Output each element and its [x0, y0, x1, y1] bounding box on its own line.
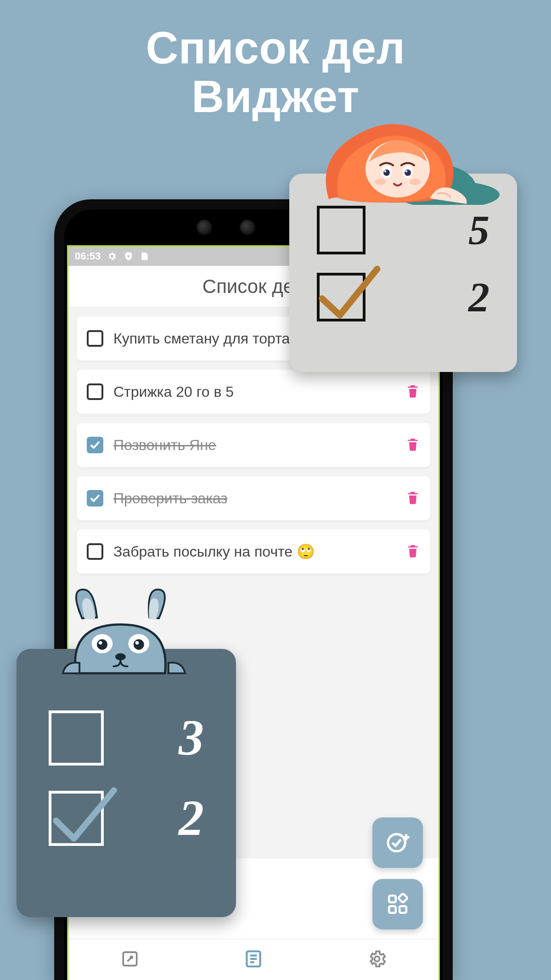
widget-light-unchecked-count: 5 [468, 206, 489, 254]
nav-settings[interactable] [367, 949, 387, 971]
hero-title-line1: Список дел [0, 24, 551, 73]
bottom-nav [68, 939, 439, 980]
shield-play-icon [124, 251, 134, 261]
widget-dark-unchecked-count: 3 [179, 709, 204, 767]
svg-point-29 [115, 653, 126, 660]
task-row[interactable]: Забрать посылку на почте 🙄 [77, 529, 430, 574]
gear-icon [107, 251, 117, 261]
checkbox-checked-icon[interactable] [87, 490, 103, 507]
task-row[interactable]: Проверить заказ [77, 476, 430, 520]
trash-icon[interactable] [405, 542, 420, 561]
widget-light-checked-count: 2 [468, 273, 489, 321]
svg-rect-4 [389, 906, 396, 913]
checkbox-unchecked-icon[interactable] [87, 383, 103, 400]
trash-icon[interactable] [405, 383, 420, 401]
widget-dark-row-checked: 2 [49, 789, 204, 847]
trash-icon[interactable] [405, 489, 420, 507]
status-time: 06:53 [75, 250, 101, 262]
checkbox-empty-icon [49, 710, 104, 766]
svg-point-19 [384, 170, 386, 172]
svg-point-27 [99, 641, 102, 645]
widgets-fab[interactable] [372, 879, 423, 929]
svg-point-12 [374, 956, 379, 961]
bunny-illustration [55, 588, 193, 675]
task-row[interactable]: Позвонить Яне [77, 423, 430, 467]
nav-list[interactable] [243, 949, 264, 971]
task-text: Проверить заказ [113, 490, 395, 507]
svg-point-25 [97, 639, 107, 650]
hero-title-line2: Виджет [0, 73, 551, 121]
checkbox-checked-icon [317, 273, 365, 321]
camera-lens-icon [197, 220, 212, 235]
svg-rect-6 [398, 893, 408, 903]
svg-point-21 [375, 179, 386, 185]
task-text: Стрижка 20 го в 5 [113, 383, 395, 400]
svg-point-17 [383, 169, 390, 176]
svg-rect-5 [399, 906, 406, 913]
trash-icon[interactable] [405, 436, 420, 454]
checkbox-checked-icon [49, 791, 104, 846]
checkbox-unchecked-icon[interactable] [87, 543, 103, 560]
add-task-fab[interactable] [372, 817, 423, 868]
widget-light-row-checked: 2 [317, 273, 489, 321]
task-text: Забрать посылку на почте 🙄 [113, 543, 395, 560]
checkbox-checked-icon[interactable] [87, 437, 103, 453]
nav-edit[interactable] [120, 949, 140, 971]
svg-point-18 [405, 169, 411, 176]
task-row[interactable]: Стрижка 20 го в 5 [77, 370, 430, 414]
svg-point-26 [134, 639, 144, 650]
widget-dark-row-unchecked: 3 [49, 709, 204, 767]
fab-column [372, 817, 423, 929]
widget-dark-checked-count: 2 [179, 789, 204, 847]
widget-light-row-unchecked: 5 [317, 206, 489, 254]
svg-point-0 [388, 834, 405, 851]
sim-card-icon [140, 251, 149, 261]
camera-lens-icon [240, 220, 255, 235]
svg-rect-3 [389, 896, 396, 902]
widget-dark[interactable]: 3 2 [17, 649, 236, 917]
svg-point-22 [410, 179, 421, 185]
checkbox-empty-icon [317, 206, 365, 254]
checkbox-unchecked-icon[interactable] [87, 330, 103, 347]
svg-point-20 [405, 170, 407, 172]
girl-illustration [310, 118, 503, 205]
hero-title: Список дел Виджет [0, 24, 551, 121]
svg-point-28 [135, 641, 139, 645]
task-text: Позвонить Яне [113, 437, 395, 454]
